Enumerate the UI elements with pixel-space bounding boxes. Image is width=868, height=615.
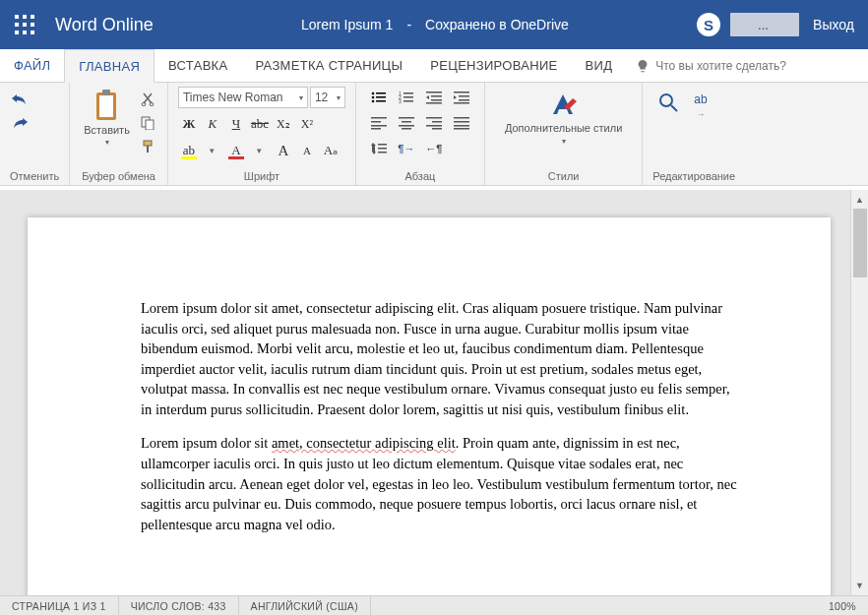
svg-rect-44	[399, 125, 414, 127]
svg-rect-4	[23, 23, 27, 27]
redo-button[interactable]	[10, 114, 30, 132]
svg-rect-3	[15, 23, 19, 27]
grow-font-button[interactable]: A	[273, 140, 294, 161]
scroll-thumb[interactable]	[853, 209, 867, 277]
group-paragraph: 123 ¶→ ←¶ Абзац	[356, 83, 485, 185]
svg-rect-54	[378, 144, 387, 146]
svg-rect-23	[376, 100, 386, 102]
tab-home[interactable]: ГЛАВНАЯ	[64, 49, 155, 83]
group-editing: ab → Редактирование	[643, 83, 745, 185]
align-center-button[interactable]	[394, 112, 419, 134]
document-area: Lorem ipsum dolor sit amet, consectetur …	[0, 190, 868, 595]
line-spacing-button[interactable]	[366, 138, 392, 159]
svg-rect-10	[99, 95, 113, 117]
increase-indent-button[interactable]	[449, 87, 474, 108]
paragraph-2[interactable]: Lorem ipsum dolor sit amet, consectetur …	[141, 433, 742, 534]
svg-text:3: 3	[399, 98, 402, 104]
font-size-select[interactable]: 12▾	[310, 87, 345, 108]
ltr-direction-button[interactable]: ¶→	[394, 138, 419, 159]
document-scroll[interactable]: Lorem ipsum dolor sit amet, consectetur …	[0, 190, 850, 595]
tell-me-placeholder: Что вы хотите сделать?	[655, 59, 786, 73]
skype-icon[interactable]: S	[697, 13, 720, 36]
page[interactable]: Lorem ipsum dolor sit amet, consectetur …	[28, 217, 831, 595]
more-styles-button[interactable]: Дополнительные стили ▾	[495, 87, 632, 146]
highlight-color-bar	[181, 156, 197, 159]
svg-rect-16	[144, 141, 152, 146]
styles-icon	[547, 91, 581, 120]
search-icon	[658, 92, 678, 112]
svg-rect-45	[402, 128, 411, 130]
signout-link[interactable]: Выход	[809, 17, 854, 32]
svg-rect-30	[426, 92, 442, 93]
italic-button[interactable]: К	[202, 113, 223, 135]
document-name[interactable]: Lorem Ipsum 1	[301, 17, 393, 32]
status-word-count[interactable]: ЧИСЛО СЛОВ: 433	[119, 596, 239, 615]
svg-rect-31	[431, 95, 442, 97]
status-page-count[interactable]: СТРАНИЦА 1 ИЗ 1	[0, 596, 119, 615]
scroll-down-icon[interactable]: ▼	[853, 579, 867, 592]
status-language[interactable]: АНГЛИЙСКИЙ (США)	[239, 596, 371, 615]
spelling-error[interactable]: amet, consectetur adipiscing elit	[272, 435, 456, 451]
svg-line-58	[671, 105, 677, 111]
find-button[interactable]	[652, 87, 684, 112]
svg-rect-35	[459, 95, 469, 97]
status-zoom[interactable]: 100%	[817, 600, 868, 612]
svg-rect-19	[376, 92, 386, 94]
group-undo-label: Отменить	[10, 168, 59, 183]
tab-layout[interactable]: РАЗМЕТКА СТРАНИЦЫ	[241, 49, 416, 82]
number-list-button[interactable]: 123	[394, 87, 419, 108]
bold-button[interactable]: Ж	[178, 113, 200, 135]
svg-rect-34	[454, 92, 469, 93]
user-menu[interactable]: ...	[730, 13, 799, 36]
paste-button[interactable]: Вставить ▾	[80, 87, 134, 149]
svg-rect-6	[15, 31, 19, 34]
tell-me-search[interactable]: Что вы хотите сделать?	[626, 49, 796, 82]
tab-file[interactable]: ФАЙЛ	[0, 49, 64, 82]
strikethrough-button[interactable]: abc	[249, 113, 271, 135]
align-left-button[interactable]	[366, 112, 392, 134]
bullet-list-button[interactable]	[366, 87, 392, 108]
copy-button[interactable]	[138, 114, 157, 132]
align-right-button[interactable]	[421, 112, 447, 134]
rtl-direction-button[interactable]: ←¶	[421, 138, 447, 159]
undo-button[interactable]	[10, 91, 30, 108]
font-name-select[interactable]: Times New Roman▾	[178, 87, 308, 108]
group-styles-label: Стили	[495, 168, 632, 183]
tab-view[interactable]: ВИД	[572, 49, 627, 82]
svg-rect-33	[426, 102, 442, 104]
superscript-button[interactable]: X²	[296, 113, 318, 135]
clear-format-button[interactable]: Aₐ	[320, 140, 341, 161]
svg-rect-1	[23, 15, 27, 19]
cut-button[interactable]	[138, 91, 157, 108]
saved-status: Сохранено в OneDrive	[425, 17, 569, 32]
svg-rect-27	[403, 96, 413, 98]
app-name: Word Online	[49, 15, 173, 35]
styles-label: Дополнительные стили	[505, 122, 622, 135]
format-painter-button[interactable]	[138, 138, 157, 155]
tab-review[interactable]: РЕЦЕНЗИРОВАНИЕ	[416, 49, 571, 82]
subscript-button[interactable]: X₂	[273, 113, 294, 135]
justify-button[interactable]	[449, 112, 474, 134]
shrink-font-button[interactable]: A	[296, 140, 318, 161]
fontcolor-bar	[228, 156, 244, 159]
group-font-label: Шрифт	[178, 168, 345, 183]
highlight-button[interactable]: ab	[178, 140, 200, 161]
svg-rect-42	[399, 117, 414, 119]
vertical-scrollbar[interactable]: ▲ ▼	[850, 190, 868, 595]
group-font: Times New Roman▾ 12▾ Ж К Ч abc X₂ X² ab …	[168, 83, 356, 185]
tab-insert[interactable]: ВСТАВКА	[155, 49, 241, 82]
svg-rect-8	[31, 31, 34, 34]
scroll-up-icon[interactable]: ▲	[853, 193, 867, 207]
underline-button[interactable]: Ч	[225, 113, 247, 135]
app-launcher-button[interactable]	[0, 0, 49, 49]
decrease-indent-button[interactable]	[421, 87, 447, 108]
svg-rect-25	[403, 92, 413, 94]
font-color-button[interactable]: A	[225, 140, 247, 161]
svg-rect-56	[378, 152, 387, 154]
status-bar: СТРАНИЦА 1 ИЗ 1 ЧИСЛО СЛОВ: 433 АНГЛИЙСК…	[0, 595, 868, 615]
svg-rect-11	[102, 90, 110, 95]
group-undo: Отменить	[0, 83, 70, 185]
svg-rect-52	[454, 125, 469, 127]
paragraph-1[interactable]: Lorem ipsum dolor sit amet, consectetur …	[141, 298, 742, 419]
replace-button[interactable]: ab →	[688, 87, 713, 119]
